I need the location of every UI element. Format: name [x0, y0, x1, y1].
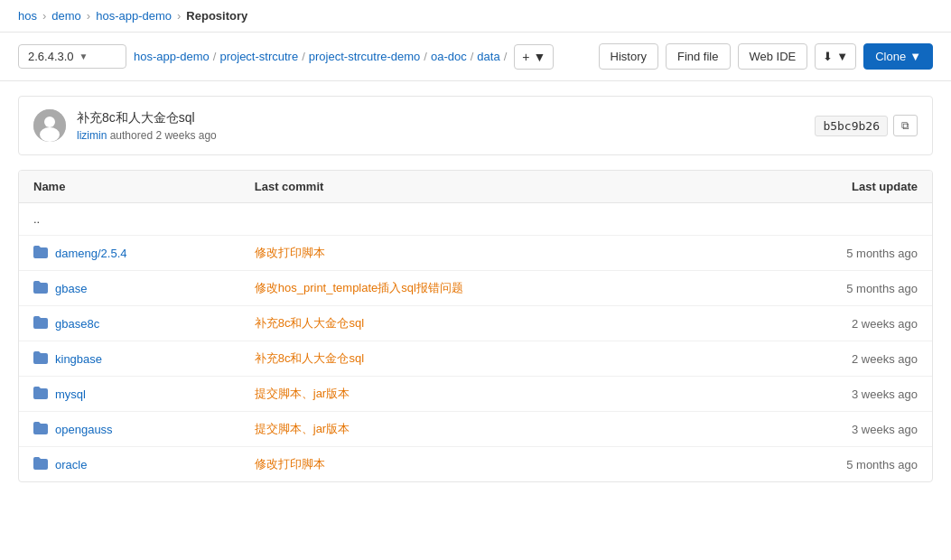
avatar-image [33, 109, 66, 142]
add-file-button[interactable]: + ▼ [514, 44, 554, 70]
commit-author[interactable]: lizimin [77, 129, 107, 142]
breadcrumb-sep-2: › [87, 9, 90, 23]
path-sep-5: / [504, 50, 508, 63]
commit-message-link[interactable]: 提交脚本、jar版本 [255, 386, 697, 402]
chevron-down-icon: ▼ [79, 51, 89, 61]
folder-icon [33, 316, 48, 331]
folder-icon [33, 387, 48, 402]
file-name-cell: mysql [33, 387, 255, 402]
file-name-cell: oracle [33, 457, 255, 472]
breadcrumb: hos › demo › hos-app-demo › Repository [0, 0, 951, 33]
toolbar-right: History Find file Web IDE ⬇ ▼ Clone ▼ [599, 43, 933, 70]
breadcrumb-sep-1: › [42, 9, 46, 23]
branch-selector[interactable]: 2.6.4.3.0 ▼ [18, 44, 126, 69]
table-row: gbase 修改hos_print_template插入sql报错问题 5 mo… [19, 271, 932, 306]
table-row: .. [19, 203, 932, 236]
path-data[interactable]: data [477, 50, 499, 63]
path-breadcrumb: hos-app-demo / project-strcutre / projec… [134, 50, 507, 63]
path-sep-3: / [424, 50, 427, 63]
file-link[interactable]: opengauss [55, 423, 113, 436]
path-strcutre[interactable]: project-strcutre [219, 50, 298, 63]
path-strcutre-demo[interactable]: project-strcutre-demo [309, 50, 421, 63]
commit-time: 2 weeks ago [155, 129, 216, 142]
folder-icon [33, 351, 48, 367]
file-link[interactable]: gbase8c [55, 317, 99, 331]
commit-meta: lizimin authored 2 weeks ago [77, 129, 804, 142]
path-app-demo[interactable]: hos-app-demo [134, 50, 210, 63]
toolbar-left: 2.6.4.3.0 ▼ hos-app-demo / project-strcu… [18, 44, 554, 70]
clone-button[interactable]: Clone ▼ [863, 43, 933, 70]
last-update: 3 weeks ago [696, 423, 918, 436]
chevron-add-icon: ▼ [533, 50, 545, 64]
commit-message-link[interactable]: 修改打印脚本 [255, 245, 697, 261]
file-name-cell: gbase8c [33, 316, 255, 331]
table-header: Name Last commit Last update [19, 171, 932, 203]
avatar [33, 109, 66, 142]
file-name-cell: gbase [33, 281, 255, 296]
col-name: Name [33, 180, 255, 193]
folder-icon [33, 246, 48, 261]
history-button[interactable]: History [599, 43, 658, 70]
chevron-download-icon: ▼ [836, 50, 848, 63]
path-sep-1: / [213, 50, 217, 63]
last-update: 2 weeks ago [696, 352, 918, 366]
branch-label: 2.6.4.3.0 [28, 50, 74, 63]
last-update: 5 months ago [696, 458, 918, 471]
table-row: mysql 提交脚本、jar版本 3 weeks ago [19, 377, 932, 412]
toolbar: 2.6.4.3.0 ▼ hos-app-demo / project-strcu… [0, 33, 951, 81]
col-commit: Last commit [255, 180, 697, 193]
breadcrumb-app-demo[interactable]: hos-app-demo [96, 9, 172, 23]
parent-dir-label: .. [33, 212, 255, 226]
download-button[interactable]: ⬇ ▼ [815, 43, 856, 70]
path-sep-2: / [302, 50, 305, 63]
file-link[interactable]: dameng/2.5.4 [55, 247, 127, 260]
file-link[interactable]: oracle [55, 458, 87, 471]
copy-hash-button[interactable]: ⧉ [893, 115, 918, 136]
table-row: gbase8c 补充8c和人大金仓sql 2 weeks ago [19, 306, 932, 341]
folder-icon [33, 281, 48, 296]
find-file-button[interactable]: Find file [666, 43, 731, 70]
breadcrumb-demo[interactable]: demo [51, 9, 81, 23]
file-name-cell: opengauss [33, 422, 255, 437]
folder-icon [33, 422, 48, 437]
commit-hash-group: b5bc9b26 ⧉ [815, 115, 918, 136]
path-sep-4: / [471, 50, 474, 63]
download-icon: ⬇ [823, 50, 833, 63]
commit-message-link[interactable]: 修改打印脚本 [255, 456, 697, 472]
table-row: opengauss 提交脚本、jar版本 3 weeks ago [19, 412, 932, 447]
last-update: 5 months ago [696, 247, 918, 260]
commit-title: 补充8c和人大金仓sql [77, 110, 804, 126]
commit-details: 补充8c和人大金仓sql lizimin authored 2 weeks ag… [77, 110, 804, 142]
file-link[interactable]: gbase [55, 282, 87, 295]
last-update: 5 months ago [696, 282, 918, 295]
file-link[interactable]: kingbase [55, 352, 102, 366]
file-link[interactable]: mysql [55, 387, 86, 401]
web-ide-button[interactable]: Web IDE [738, 43, 808, 70]
last-update: 3 weeks ago [696, 387, 918, 401]
breadcrumb-current: Repository [186, 9, 247, 23]
commit-hash: b5bc9b26 [815, 116, 888, 136]
commit-message-link[interactable]: 提交脚本、jar版本 [255, 421, 697, 437]
col-update: Last update [696, 180, 918, 193]
last-update: 2 weeks ago [696, 317, 918, 331]
commit-info-bar: 补充8c和人大金仓sql lizimin authored 2 weeks ag… [18, 96, 933, 155]
commit-authored-label: authored [110, 129, 156, 142]
svg-point-1 [44, 117, 55, 127]
clone-label: Clone [875, 50, 906, 63]
commit-message-link[interactable]: 补充8c和人大金仓sql [255, 350, 697, 367]
chevron-clone-icon: ▼ [909, 50, 921, 63]
table-row: oracle 修改打印脚本 5 months ago [19, 447, 932, 481]
svg-point-2 [40, 127, 60, 142]
commit-message-link[interactable]: 修改hos_print_template插入sql报错问题 [255, 280, 697, 296]
file-name-cell: dameng/2.5.4 [33, 246, 255, 261]
breadcrumb-hos[interactable]: hos [18, 9, 37, 23]
file-name-cell: kingbase [33, 351, 255, 367]
copy-icon: ⧉ [901, 119, 909, 132]
path-oa-doc[interactable]: oa-doc [431, 50, 467, 63]
file-table: Name Last commit Last update .. dameng/2… [18, 170, 933, 482]
commit-message-link[interactable]: 补充8c和人大金仓sql [255, 315, 697, 331]
folder-icon [33, 457, 48, 472]
plus-icon: + [522, 50, 529, 64]
table-row: kingbase 补充8c和人大金仓sql 2 weeks ago [19, 341, 932, 377]
table-row: dameng/2.5.4 修改打印脚本 5 months ago [19, 236, 932, 271]
